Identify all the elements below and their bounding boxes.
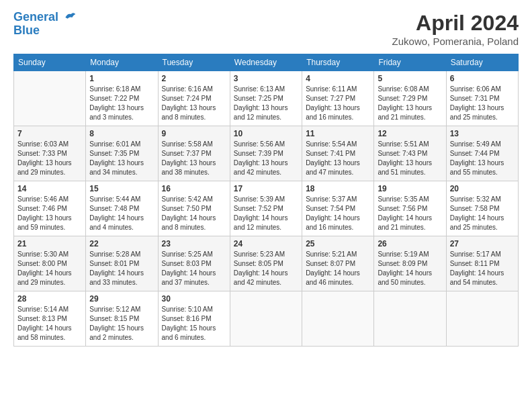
day-info: Sunset: 7:35 PM	[89, 149, 154, 158]
day-info: and 8 minutes.	[162, 223, 226, 232]
day-info: and 25 minutes.	[450, 223, 515, 232]
day-info: Daylight: 13 hours	[162, 103, 226, 113]
day-info: and 21 minutes.	[378, 113, 442, 122]
calendar-cell: 28Sunrise: 5:14 AMSunset: 8:13 PMDayligh…	[14, 291, 86, 347]
day-info: Daylight: 14 hours	[17, 269, 82, 278]
calendar-week-row: 1Sunrise: 6:18 AMSunset: 7:22 PMDaylight…	[14, 71, 519, 126]
page: General Blue April 2024 Zukowo, Pomerani…	[0, 0, 532, 411]
calendar-cell: 23Sunrise: 5:25 AMSunset: 8:03 PMDayligh…	[158, 236, 230, 291]
day-number: 3	[234, 74, 298, 83]
logo: General Blue	[13, 11, 77, 38]
day-info: Daylight: 14 hours	[450, 269, 515, 278]
calendar-cell: 8Sunrise: 6:01 AMSunset: 7:35 PMDaylight…	[86, 126, 158, 181]
calendar-cell: 4Sunrise: 6:11 AMSunset: 7:27 PMDaylight…	[302, 71, 374, 126]
day-info: Sunset: 8:07 PM	[306, 259, 370, 269]
day-info: Sunset: 8:05 PM	[234, 259, 298, 269]
day-info: Sunset: 8:01 PM	[89, 259, 154, 269]
day-info: Sunrise: 6:06 AM	[450, 85, 515, 94]
day-info: and 54 minutes.	[450, 278, 515, 287]
subtitle: Zukowo, Pomerania, Poland	[392, 36, 519, 47]
day-number: 21	[17, 239, 82, 248]
day-info: and 29 minutes.	[17, 278, 82, 287]
day-info: and 38 minutes.	[162, 168, 226, 177]
day-info: Sunrise: 5:12 AM	[89, 305, 154, 314]
day-info: Daylight: 13 hours	[162, 158, 226, 168]
calendar-day-header: Sunday	[14, 54, 86, 71]
day-info: Sunrise: 5:37 AM	[306, 195, 370, 204]
day-info: Daylight: 13 hours	[89, 103, 154, 113]
calendar-cell	[446, 291, 518, 347]
day-info: Sunrise: 5:30 AM	[17, 250, 82, 259]
day-info: Sunrise: 5:54 AM	[306, 140, 370, 149]
day-number: 23	[162, 239, 226, 248]
day-info: Sunrise: 5:21 AM	[306, 250, 370, 259]
day-info: Sunrise: 6:08 AM	[378, 85, 442, 94]
calendar-cell: 1Sunrise: 6:18 AMSunset: 7:22 PMDaylight…	[86, 71, 158, 126]
day-info: and 16 minutes.	[306, 113, 370, 122]
day-info: Daylight: 14 hours	[162, 214, 226, 223]
calendar-cell: 11Sunrise: 5:54 AMSunset: 7:41 PMDayligh…	[302, 126, 374, 181]
day-number: 27	[450, 239, 515, 248]
day-info: and 47 minutes.	[306, 168, 370, 177]
calendar-cell: 14Sunrise: 5:46 AMSunset: 7:46 PMDayligh…	[14, 181, 86, 236]
day-info: Sunset: 7:50 PM	[162, 204, 226, 214]
main-title: April 2024	[392, 11, 519, 36]
calendar-week-row: 21Sunrise: 5:30 AMSunset: 8:00 PMDayligh…	[14, 236, 519, 291]
day-info: Daylight: 15 hours	[162, 324, 226, 333]
day-info: Sunset: 7:25 PM	[234, 94, 298, 103]
day-info: Sunset: 7:44 PM	[450, 149, 515, 158]
calendar-week-row: 14Sunrise: 5:46 AMSunset: 7:46 PMDayligh…	[14, 181, 519, 236]
title-block: April 2024 Zukowo, Pomerania, Poland	[392, 11, 519, 47]
day-number: 24	[234, 239, 298, 248]
calendar-week-row: 7Sunrise: 6:03 AMSunset: 7:33 PMDaylight…	[14, 126, 519, 181]
calendar-cell: 7Sunrise: 6:03 AMSunset: 7:33 PMDaylight…	[14, 126, 86, 181]
calendar-cell	[14, 71, 86, 126]
day-number: 22	[89, 239, 154, 248]
calendar-header-row: SundayMondayTuesdayWednesdayThursdayFrid…	[14, 54, 519, 71]
calendar-cell: 29Sunrise: 5:12 AMSunset: 8:15 PMDayligh…	[86, 291, 158, 347]
day-info: Sunrise: 5:44 AM	[89, 195, 154, 204]
day-number: 10	[234, 129, 298, 138]
day-info: Sunset: 8:15 PM	[89, 314, 154, 324]
day-number: 2	[162, 74, 226, 83]
day-info: Daylight: 14 hours	[306, 214, 370, 223]
day-info: Sunrise: 6:03 AM	[17, 140, 82, 149]
day-info: Sunset: 8:03 PM	[162, 259, 226, 269]
day-info: Daylight: 13 hours	[378, 103, 442, 113]
calendar-cell: 15Sunrise: 5:44 AMSunset: 7:48 PMDayligh…	[86, 181, 158, 236]
calendar-day-header: Saturday	[446, 54, 518, 71]
day-info: Daylight: 13 hours	[306, 158, 370, 168]
calendar-cell: 26Sunrise: 5:19 AMSunset: 8:09 PMDayligh…	[374, 236, 446, 291]
calendar-day-header: Monday	[86, 54, 158, 71]
calendar-cell: 13Sunrise: 5:49 AMSunset: 7:44 PMDayligh…	[446, 126, 518, 181]
day-info: Daylight: 14 hours	[378, 269, 442, 278]
day-info: Sunrise: 5:46 AM	[17, 195, 82, 204]
day-info: Sunset: 8:16 PM	[162, 314, 226, 324]
day-number: 28	[17, 294, 82, 304]
day-info: Daylight: 13 hours	[306, 103, 370, 113]
day-info: Daylight: 13 hours	[450, 103, 515, 113]
day-info: Sunset: 7:48 PM	[89, 204, 154, 214]
calendar-cell: 22Sunrise: 5:28 AMSunset: 8:01 PMDayligh…	[86, 236, 158, 291]
calendar-day-header: Friday	[374, 54, 446, 71]
day-info: and 16 minutes.	[306, 223, 370, 232]
day-info: Daylight: 13 hours	[17, 214, 82, 223]
day-info: Sunrise: 5:35 AM	[378, 195, 442, 204]
calendar-cell	[230, 291, 302, 347]
day-info: Daylight: 13 hours	[234, 103, 298, 113]
day-info: and 4 minutes.	[89, 223, 154, 232]
day-info: Sunset: 7:33 PM	[17, 149, 82, 158]
calendar-day-header: Tuesday	[158, 54, 230, 71]
day-info: and 21 minutes.	[378, 223, 442, 232]
day-number: 15	[89, 184, 154, 193]
day-info: and 2 minutes.	[89, 333, 154, 342]
day-info: Sunset: 7:31 PM	[450, 94, 515, 103]
day-info: and 42 minutes.	[234, 168, 298, 177]
day-info: Sunset: 7:41 PM	[306, 149, 370, 158]
day-info: Sunset: 7:39 PM	[234, 149, 298, 158]
calendar-cell: 10Sunrise: 5:56 AMSunset: 7:39 PMDayligh…	[230, 126, 302, 181]
day-info: Daylight: 13 hours	[450, 158, 515, 168]
day-info: Sunrise: 6:16 AM	[162, 85, 226, 94]
day-info: and 34 minutes.	[89, 168, 154, 177]
day-info: Sunset: 7:27 PM	[306, 94, 370, 103]
